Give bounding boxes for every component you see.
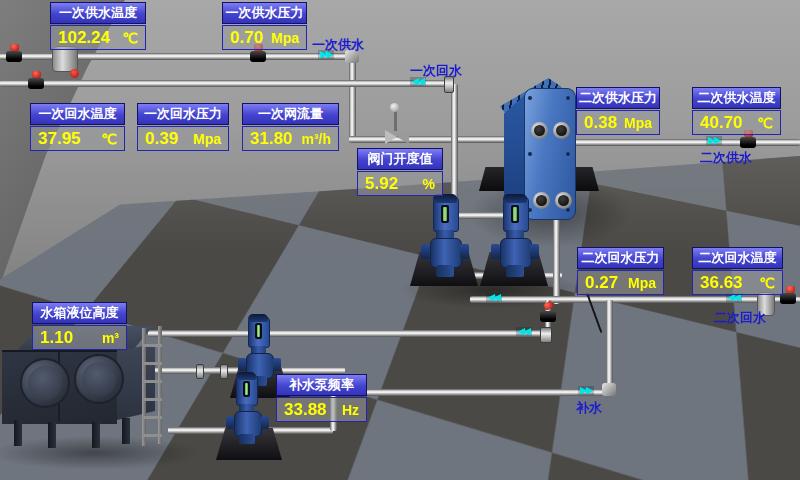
pipe-flange [540,327,552,343]
tank-leg [14,420,22,446]
gauge-label: 一次回水压力 [137,103,229,125]
gauge-value: 102.24 [58,28,110,48]
gauge-secondary-return-temp: 二次回水温度 36.63℃ [692,247,783,295]
ladder-rung [142,416,162,419]
gauge-value: 0.39 [145,129,178,149]
gauge-value: 5.92 [365,174,398,194]
pump-volute [500,238,532,268]
gauge-label: 二次回水压力 [577,247,664,269]
pump-flange [530,244,539,259]
control-valve-actuator [390,103,399,112]
gauge-unit: Mpa [628,275,656,291]
ladder-rung [142,344,162,347]
pump-flange [460,244,469,259]
pump-flange [238,358,246,371]
pump-motor-cap [236,372,256,380]
tank-leg [92,422,100,448]
pipe-primary-return [0,80,450,87]
gauge-label: 二次供水压力 [576,87,660,109]
gauge-value-box: 0.70Mpa [222,25,307,50]
gauge-label: 补水泵频率 [276,374,367,396]
gauge-value-box: 37.95℃ [30,126,125,151]
gauge-unit: ℃ [101,131,117,147]
gauge-primary-return-pressure: 一次回水压力 0.39Mpa [137,103,229,151]
valve-icon[interactable] [250,51,266,62]
control-valve-icon[interactable] [385,130,397,144]
flow-left-icon: ◀◀ [516,327,532,336]
hx-bolt [528,152,532,156]
gauge-value: 31.80 [250,129,293,149]
pressure-gauge-icon [70,69,79,78]
hx-port [555,192,572,209]
pipe-label-secondary-return: 二次回水 [714,309,766,327]
makeup-pump-2[interactable] [226,372,270,460]
control-valve-icon[interactable] [397,130,409,144]
gauge-unit: m³/h [301,131,331,147]
pipe-secondary-supply [560,139,800,146]
gauge-valve-opening: 阀门开度值 5.92% [357,148,443,196]
gauge-label: 一次供水温度 [50,2,146,24]
hx-bolt [566,152,570,156]
valve-icon[interactable] [740,137,756,148]
gauge-primary-return-temp: 一次回水温度 37.95℃ [30,103,125,151]
gauge-unit: ℃ [122,30,138,46]
pump-motor-cap [503,194,527,203]
hx-bolt [528,96,532,100]
gauge-primary-supply-pressure: 一次供水压力 0.70Mpa [222,2,307,50]
hmi-heating-station-screen: ▶▶ ◀◀ ▶▶ ◀◀ ◀◀ ◀◀ ▶▶ 一次供水 一次回水 二次供水 二次回水… [0,0,800,480]
gauge-primary-flow: 一次网流量 31.80m³/h [242,103,339,151]
pipe-label-primary-supply: 一次供水 [312,36,364,54]
pipe-elbow [602,383,616,396]
pump-foot [506,265,524,277]
hx-port [553,122,570,139]
tank-manhole [20,358,70,408]
tank-shadow [0,436,200,470]
circulation-pump-2[interactable] [490,194,540,290]
pipe-tank-fill [148,330,548,337]
gauge-value-box: 1.10m³ [32,325,127,350]
gauge-value: 0.70 [230,28,263,48]
pump-flange [261,416,269,429]
gauge-value-box: 0.27Mpa [577,270,664,295]
flow-left-icon: ◀◀ [486,293,502,302]
gauge-unit: ℃ [757,115,773,131]
pipe-label-primary-return: 一次回水 [410,62,462,80]
gauge-unit: % [423,176,435,192]
valve-icon[interactable] [6,51,22,62]
valve-handle-icon [32,71,41,78]
gauge-value: 36.63 [700,273,743,293]
valve-icon[interactable] [28,78,44,89]
gauge-label: 水箱液位高度 [32,302,127,324]
pipe-makeup-riser [606,300,613,388]
pipe-primary-supply-drop [349,58,356,143]
tank-fill-valve-icon[interactable] [540,311,556,322]
ladder-rung [142,434,162,437]
valve-handle-icon [786,286,795,293]
gauge-unit: ℃ [759,275,775,291]
gauge-makeup-pump-frequency: 补水泵频率 33.88Hz [276,374,367,422]
gauge-value: 33.88 [284,400,327,420]
gauge-value-box: 31.80m³/h [242,126,339,151]
pipe-secondary-return [470,296,800,303]
pump-foot [239,434,255,444]
gauge-value: 37.95 [38,129,81,149]
hx-port [531,122,548,139]
gauge-value: 40.70 [700,113,743,133]
ladder-rung [142,362,162,365]
circulation-pump-1[interactable] [420,194,470,290]
gauge-unit: Hz [342,402,359,418]
pump-run-indicator [257,325,260,337]
gauge-value: 0.27 [585,273,618,293]
gauge-value: 0.38 [584,113,617,133]
pipe-label-secondary-supply: 二次供水 [700,149,752,167]
gauge-label: 一次回水温度 [30,103,125,125]
pump-run-indicator [245,383,248,395]
tank-manhole [74,354,124,404]
tank-leg [122,418,130,444]
gauge-unit: Mpa [624,115,652,131]
gauge-unit: m³ [102,330,119,346]
gauge-label: 一次供水压力 [222,2,307,24]
gauge-unit: Mpa [193,131,221,147]
tank-leg [48,422,56,448]
gauge-value-box: 0.38Mpa [576,110,660,135]
